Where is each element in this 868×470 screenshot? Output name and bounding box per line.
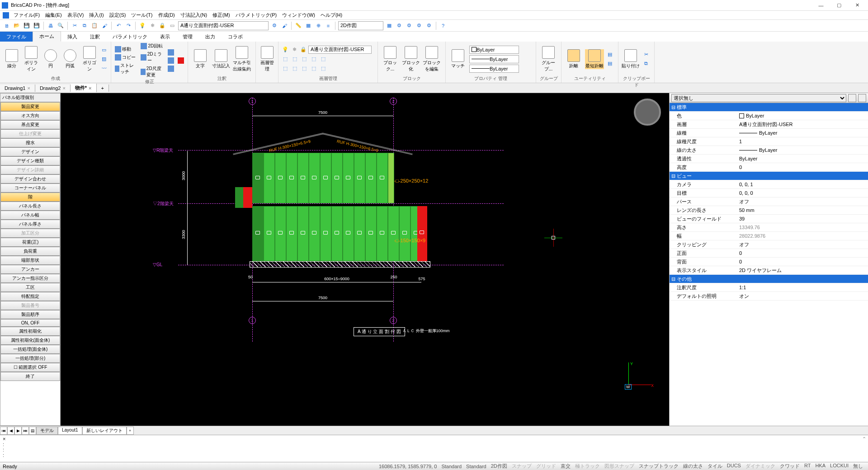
close-icon[interactable]: ×: [27, 85, 30, 91]
side-button[interactable]: 端部形状: [0, 256, 60, 265]
open-icon[interactable]: 📂: [13, 22, 21, 30]
menu-item[interactable]: 寸法記入(N): [178, 12, 210, 19]
lt2-icon[interactable]: ⬚: [291, 55, 299, 63]
ribbon-tab[interactable]: 挿入: [61, 32, 84, 42]
menu-item[interactable]: パラメトリック(P): [233, 12, 280, 19]
cut-icon[interactable]: ✂: [71, 22, 79, 30]
draw-線分-button[interactable]: 線分: [3, 49, 20, 69]
opt2-icon[interactable]: ⚙: [405, 22, 413, 30]
lineweight-combo[interactable]: ByLayer: [469, 65, 519, 73]
side-button[interactable]: 仕上げ変更: [0, 129, 60, 138]
lt8-icon[interactable]: ⬚: [300, 65, 308, 73]
brush-icon[interactable]: 🖌: [280, 22, 288, 30]
layout-next[interactable]: ▶: [14, 427, 22, 435]
freeze2-icon[interactable]: ❄: [290, 46, 298, 54]
prop-row[interactable]: レンズの長さ50 mm: [670, 206, 868, 215]
panel[interactable]: [331, 153, 343, 203]
prop-row[interactable]: 高さ13349.76: [670, 223, 868, 232]
lt4-icon[interactable]: ⬚: [310, 55, 318, 63]
freeze-icon[interactable]: ❄: [148, 22, 156, 30]
list-icon[interactable]: ≡: [324, 22, 332, 30]
prop-row[interactable]: クリッピングオフ: [670, 240, 868, 249]
doc-tab[interactable]: 物件*×: [71, 84, 97, 92]
view-compass[interactable]: [634, 99, 661, 126]
side-button[interactable]: 終了: [0, 372, 60, 381]
ribbon-tab[interactable]: パラメトリック: [106, 32, 154, 42]
close-button[interactable]: ✕: [848, 0, 866, 10]
ribbon-tab[interactable]: 管理: [176, 32, 199, 42]
lt7-icon[interactable]: ⬚: [291, 65, 299, 73]
erase-button[interactable]: [177, 57, 185, 64]
status-std2[interactable]: Standard: [464, 464, 489, 469]
status-toggle[interactable]: RT: [802, 463, 813, 470]
panel[interactable]: [264, 153, 275, 203]
status-toggle[interactable]: 線の太さ: [681, 463, 705, 470]
area-icon[interactable]: ▦: [304, 22, 312, 30]
save-icon[interactable]: 💾: [23, 22, 31, 30]
match-button[interactable]: マッチ: [448, 49, 467, 69]
filter-icon[interactable]: [848, 94, 856, 102]
side-button[interactable]: 属性初期化: [0, 327, 60, 336]
status-std1[interactable]: Standard: [439, 464, 464, 469]
side-button[interactable]: コーナーパネル: [0, 183, 60, 193]
layout-tab[interactable]: モデル: [36, 427, 58, 435]
side-button[interactable]: ☐ 範囲選択 OFF: [0, 363, 60, 372]
status-toggle[interactable]: スナップトラック: [637, 463, 681, 470]
menu-item[interactable]: ウィンドウ(W): [279, 12, 318, 19]
opt1-icon[interactable]: ⚙: [395, 22, 403, 30]
layout-last[interactable]: ⏭: [22, 427, 29, 435]
status-toggle[interactable]: スナップ: [509, 463, 534, 470]
status-toggle[interactable]: LOCKUI: [828, 463, 851, 470]
linetype-combo[interactable]: ByLayer: [469, 55, 519, 63]
lock-icon[interactable]: 🔒: [158, 22, 166, 30]
draw-ポリゴン-button[interactable]: ポリゴン: [80, 46, 98, 72]
new-icon[interactable]: 🗎: [3, 22, 11, 30]
side-button[interactable]: 製品番号: [0, 301, 60, 310]
prop-row[interactable]: デフォルトの照明オン: [670, 292, 868, 301]
side-button[interactable]: オス方向: [0, 111, 60, 120]
status-toggle[interactable]: 極トラック: [573, 463, 602, 470]
side-button[interactable]: パネル長さ: [0, 202, 60, 211]
cut2-icon[interactable]: ✂: [642, 51, 650, 59]
app-menu-icon[interactable]: [3, 12, 9, 19]
mindist-button[interactable]: 最短距離: [585, 49, 604, 69]
panel[interactable]: [286, 153, 297, 203]
pick-icon[interactable]: [858, 94, 866, 102]
draw-ポリライン-button[interactable]: ポリライン: [22, 46, 40, 72]
prop-row[interactable]: 線種尺度1: [670, 137, 868, 146]
panel[interactable]: [320, 153, 331, 203]
grid-icon[interactable]: ▦: [385, 22, 393, 30]
panel[interactable]: [320, 206, 331, 261]
side-button[interactable]: 荷重(正): [0, 238, 60, 247]
ribbon-tab[interactable]: 注釈: [84, 32, 106, 42]
panel[interactable]: [354, 206, 365, 261]
side-button[interactable]: 基点変更: [0, 120, 60, 129]
print-icon[interactable]: 🖶: [47, 22, 55, 30]
draw-円-button[interactable]: 円: [42, 49, 59, 69]
side-button[interactable]: ON, OFF: [0, 319, 60, 327]
side-button[interactable]: 負荷重: [0, 247, 60, 256]
util2-icon[interactable]: ▤: [606, 60, 614, 68]
selection-combo[interactable]: 選択無し: [671, 94, 846, 102]
prop-row[interactable]: 色ByLayer: [670, 112, 868, 120]
collapse-icon[interactable]: ⌃: [862, 436, 866, 442]
measure-icon[interactable]: 📏: [294, 22, 302, 30]
redo-icon[interactable]: ↷: [124, 22, 132, 30]
panel[interactable]: [252, 153, 264, 203]
panel[interactable]: [377, 153, 388, 203]
prop-row[interactable]: 幅28022.9876: [670, 232, 868, 240]
group-button[interactable]: グループ...: [539, 46, 558, 72]
lt10-icon[interactable]: ⬚: [319, 65, 327, 73]
doc-tab[interactable]: Drawing1×: [0, 85, 35, 92]
prop-row[interactable]: 正面0: [670, 249, 868, 258]
status-coords[interactable]: 16086.1579, 1585.9779, 0: [377, 464, 439, 469]
side-button[interactable]: パネル厚さ: [0, 220, 60, 229]
modify-button[interactable]: 2Dミラー: [140, 51, 165, 64]
panel[interactable]: [286, 206, 297, 261]
layout-list[interactable]: ▤: [29, 427, 36, 435]
side-button[interactable]: デザイン合わせ: [0, 174, 60, 183]
layer-manager-button[interactable]: 画層管理: [259, 46, 275, 72]
side-button[interactable]: 一括処理(部分): [0, 354, 60, 363]
array-button[interactable]: [167, 65, 175, 72]
matchprop-icon[interactable]: 🖌: [100, 22, 108, 30]
